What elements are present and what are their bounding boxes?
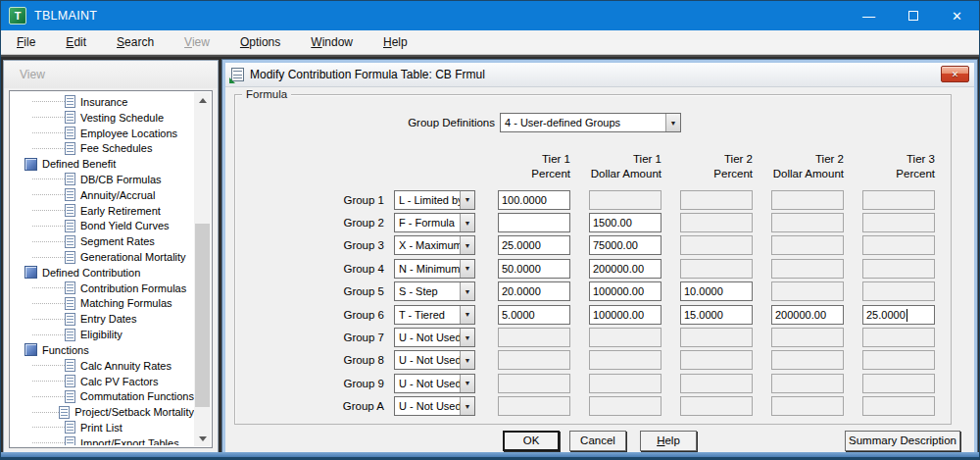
formula-type-select[interactable]: T - Tiered▼ bbox=[394, 305, 475, 325]
summary-description-button[interactable]: Summary Description bbox=[845, 431, 960, 451]
tier-field-3[interactable] bbox=[680, 281, 753, 301]
tier-field-5 bbox=[862, 190, 935, 210]
tree-item-calc-annuity-rates[interactable]: Calc Annuity Rates bbox=[11, 358, 194, 374]
tier-field-2[interactable] bbox=[589, 281, 662, 301]
tree-item-insurance[interactable]: Insurance bbox=[11, 94, 194, 110]
tier-field-3 bbox=[680, 350, 753, 370]
tier-field-3[interactable] bbox=[680, 305, 753, 325]
tree-item-db-cb-formulas[interactable]: DB/CB Formulas bbox=[11, 172, 194, 187]
menu-item-options[interactable]: Options bbox=[230, 32, 290, 52]
tree-scrollbar[interactable] bbox=[194, 92, 211, 446]
group-definitions-select[interactable]: 4 - User-defined Groups ▼ bbox=[500, 113, 681, 132]
tree-item-calc-pv-factors[interactable]: Calc PV Factors bbox=[11, 374, 194, 389]
menu-item-help[interactable]: Help bbox=[373, 32, 417, 52]
tree-connector bbox=[32, 148, 65, 149]
menu-item-search[interactable]: Search bbox=[107, 32, 164, 52]
formula-type-select[interactable]: U - Not Used▼ bbox=[394, 350, 475, 370]
tree-item-vesting-schedule[interactable]: Vesting Schedule bbox=[11, 110, 194, 126]
chevron-down-icon[interactable]: ▼ bbox=[460, 375, 474, 392]
tree-item-label: Matching Formulas bbox=[80, 297, 172, 309]
tier-field-1[interactable] bbox=[498, 235, 570, 255]
tier-field-4[interactable] bbox=[771, 305, 844, 325]
tree-item-label: Segment Rates bbox=[80, 235, 155, 247]
tier-field-1[interactable] bbox=[498, 259, 570, 279]
tree-item-generational-mortality[interactable]: Generational Mortality bbox=[11, 249, 194, 265]
close-icon[interactable]: ✕ bbox=[935, 1, 979, 30]
tree-item-annuity-accrual[interactable]: Annuity/Accrual bbox=[11, 187, 194, 203]
menu-item-window[interactable]: Window bbox=[301, 32, 363, 52]
help-button[interactable]: Help bbox=[640, 431, 697, 451]
tree-item-fee-schedules[interactable]: Fee Schedules bbox=[11, 140, 194, 156]
tree-item-entry-dates[interactable]: Entry Dates bbox=[11, 311, 194, 327]
group-definitions-label: Group Definitions bbox=[235, 117, 495, 128]
tier-field-1[interactable] bbox=[498, 213, 570, 232]
tree-connector bbox=[32, 303, 65, 304]
formula-type-select[interactable]: U - Not Used▼ bbox=[394, 328, 475, 347]
tree-item-eligibility[interactable]: Eligibility bbox=[11, 327, 194, 342]
chevron-down-icon[interactable]: ▼ bbox=[460, 260, 474, 278]
tier-field-2[interactable] bbox=[589, 213, 662, 232]
chevron-down-icon[interactable]: ▼ bbox=[460, 191, 474, 209]
chevron-down-icon[interactable]: ▼ bbox=[460, 306, 474, 324]
formula-type-select[interactable]: N - Minimum▼ bbox=[394, 259, 475, 279]
scrollbar-thumb[interactable] bbox=[195, 224, 210, 408]
chevron-down-icon[interactable]: ▼ bbox=[460, 351, 474, 369]
tier-field-5[interactable] bbox=[862, 305, 935, 325]
dialog-close-icon[interactable]: ✕ bbox=[941, 66, 969, 82]
tree-item-project-setback-mortality[interactable]: Project/Setback Mortality bbox=[11, 404, 194, 420]
tree-item-label: Contribution Formulas bbox=[80, 282, 186, 294]
chevron-down-icon[interactable]: ▼ bbox=[665, 114, 680, 131]
document-icon bbox=[65, 329, 75, 341]
scroll-up-icon[interactable] bbox=[194, 92, 211, 108]
tier-field-1[interactable] bbox=[498, 281, 570, 301]
chevron-down-icon[interactable]: ▼ bbox=[460, 214, 474, 231]
tier-field-1 bbox=[498, 374, 570, 393]
tier-field-2[interactable] bbox=[589, 259, 662, 279]
scroll-down-icon[interactable] bbox=[194, 431, 211, 446]
minimize-icon[interactable]: — bbox=[847, 1, 891, 30]
tier-field-1 bbox=[498, 328, 570, 347]
tree-connector bbox=[32, 101, 65, 102]
tree-item-contribution-formulas[interactable]: Contribution Formulas bbox=[11, 281, 194, 296]
tree-item-print-list[interactable]: Print List bbox=[11, 420, 194, 435]
ok-button[interactable]: OK bbox=[503, 431, 560, 451]
tier-field-1[interactable] bbox=[498, 305, 570, 325]
group-label: Group 1 bbox=[235, 194, 384, 206]
formula-groupbox: Formula Group Definitions 4 - User-defin… bbox=[234, 94, 952, 425]
tree-item-defined-contribution[interactable]: Defined Contribution bbox=[11, 265, 194, 281]
chevron-down-icon[interactable]: ▼ bbox=[460, 236, 474, 254]
tree-item-matching-formulas[interactable]: Matching Formulas bbox=[11, 296, 194, 312]
chevron-down-icon[interactable]: ▼ bbox=[460, 282, 474, 300]
formula-type-select[interactable]: U - Not Used▼ bbox=[394, 374, 475, 393]
formula-type-select[interactable]: S - Step▼ bbox=[394, 281, 475, 301]
tree-item-bond-yield-curves[interactable]: Bond Yield Curves bbox=[11, 219, 194, 234]
maximize-icon[interactable] bbox=[891, 1, 935, 30]
formula-type-select[interactable]: F - Formula▼ bbox=[394, 213, 475, 232]
tier-field-4 bbox=[771, 235, 844, 255]
tier-field-5 bbox=[862, 281, 935, 301]
tree-item-import-export-tables[interactable]: Import/Export Tables bbox=[11, 435, 194, 445]
tree-item-defined-benefit[interactable]: Defined Benefit bbox=[11, 156, 194, 172]
chevron-down-icon[interactable]: ▼ bbox=[460, 329, 474, 346]
formula-type-select[interactable]: X - Maximum▼ bbox=[394, 235, 475, 255]
document-icon bbox=[65, 297, 75, 310]
menu-item-edit[interactable]: Edit bbox=[56, 32, 96, 52]
formula-type-select[interactable]: U - Not Used▼ bbox=[394, 396, 475, 416]
column-header-5: Tier 3Percent bbox=[896, 152, 935, 181]
tree-item-functions[interactable]: Functions bbox=[11, 342, 194, 358]
tree-item-employee-locations[interactable]: Employee Locations bbox=[11, 126, 194, 141]
tree-item-early-retirement[interactable]: Early Retirement bbox=[11, 203, 194, 219]
tier-field-2[interactable] bbox=[589, 235, 662, 255]
tier-field-3 bbox=[680, 328, 753, 347]
chevron-down-icon[interactable]: ▼ bbox=[460, 397, 474, 415]
tree-item-commutation-functions[interactable]: Commutation Functions bbox=[11, 388, 194, 404]
tier-field-2[interactable] bbox=[589, 305, 662, 325]
tier-field-1[interactable] bbox=[498, 190, 570, 210]
menu-item-file[interactable]: File bbox=[7, 32, 45, 52]
tree-item-segment-rates[interactable]: Segment Rates bbox=[11, 233, 194, 249]
tree-item-label: Print List bbox=[80, 422, 122, 434]
dialog-title-bar: Modify Contribution Formula Table: CB Fr… bbox=[225, 63, 974, 87]
cancel-button[interactable]: Cancel bbox=[569, 431, 626, 451]
formula-type-select[interactable]: L - Limited by▼ bbox=[394, 190, 475, 210]
tier-field-4 bbox=[771, 396, 844, 416]
